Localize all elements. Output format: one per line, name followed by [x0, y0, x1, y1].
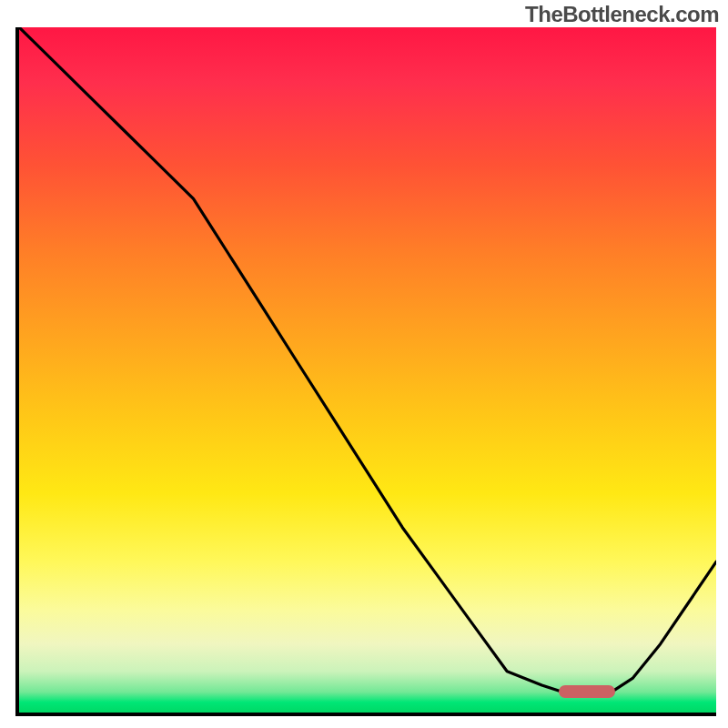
- plot-area: [15, 27, 716, 716]
- bottleneck-curve: [19, 27, 716, 692]
- optimal-marker: [559, 685, 615, 698]
- curve-layer: [19, 27, 716, 713]
- chart-container: TheBottleneck.com: [0, 0, 728, 728]
- watermark-text: TheBottleneck.com: [525, 2, 719, 27]
